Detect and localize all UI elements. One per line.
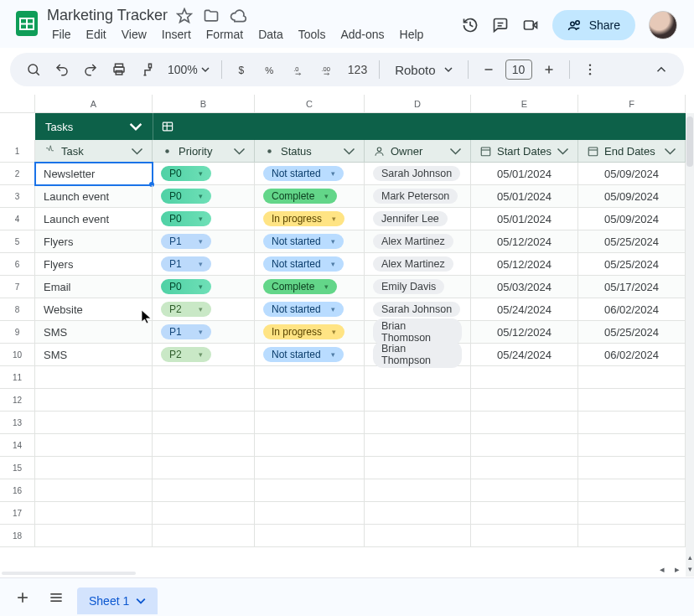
add-sheet-icon[interactable] xyxy=(10,585,35,610)
cell-owner[interactable]: Brian Thompson xyxy=(365,344,471,366)
owner-chip[interactable]: Sarah Johnson xyxy=(373,166,460,181)
scroll-thumb[interactable] xyxy=(686,116,693,167)
col-header-start[interactable]: Start Dates xyxy=(471,140,578,163)
row-header[interactable]: 1 xyxy=(0,140,35,163)
row-header[interactable]: 5 xyxy=(0,230,35,253)
owner-chip[interactable]: Alex Martinez xyxy=(373,256,453,272)
cell-start-date[interactable]: 05/01/2024 xyxy=(471,185,578,208)
empty-cell[interactable] xyxy=(365,502,471,525)
empty-cell[interactable] xyxy=(578,479,686,502)
print-icon[interactable] xyxy=(107,58,131,81)
empty-cell[interactable] xyxy=(35,434,153,457)
collapse-toolbar-icon[interactable] xyxy=(650,59,672,80)
paint-format-icon[interactable] xyxy=(136,58,159,81)
row-header[interactable]: 18 xyxy=(0,525,35,547)
priority-chip[interactable]: P2▾ xyxy=(161,347,211,362)
col-header-end[interactable]: End Dates xyxy=(578,140,686,163)
empty-cell[interactable] xyxy=(578,366,686,389)
cell-owner[interactable]: Brian Thompson xyxy=(365,321,471,344)
empty-cell[interactable] xyxy=(255,434,365,457)
owner-chip[interactable]: Jennifer Lee xyxy=(373,211,448,226)
menu-view[interactable]: View xyxy=(115,24,153,44)
cell-start-date[interactable]: 05/12/2024 xyxy=(471,230,578,253)
row-header[interactable]: 2 xyxy=(0,163,35,185)
priority-chip[interactable]: P1▾ xyxy=(161,234,211,249)
all-sheets-icon[interactable] xyxy=(44,585,69,610)
more-toolbar-icon[interactable] xyxy=(578,58,602,81)
increase-font-icon[interactable] xyxy=(537,58,561,81)
empty-cell[interactable] xyxy=(35,389,153,412)
cell-end-date[interactable]: 06/02/2024 xyxy=(578,344,686,366)
cell-status[interactable]: Not started▾ xyxy=(255,163,365,185)
cell-end-date[interactable]: 05/25/2024 xyxy=(578,230,686,253)
cloud-status-icon[interactable] xyxy=(230,8,246,24)
cell-owner[interactable]: Alex Martinez xyxy=(365,230,471,253)
cell-task[interactable]: SMS xyxy=(35,321,153,344)
menu-help[interactable]: Help xyxy=(393,24,431,44)
empty-cell[interactable] xyxy=(365,434,471,457)
percent-icon[interactable]: % xyxy=(259,58,282,81)
font-size-input[interactable]: 10 xyxy=(505,60,532,80)
empty-cell[interactable] xyxy=(365,457,471,479)
meet-icon[interactable] xyxy=(522,17,539,34)
row-header[interactable]: 11 xyxy=(0,366,35,389)
cell-task[interactable]: Flyers xyxy=(35,253,153,276)
empty-cell[interactable] xyxy=(153,525,255,547)
cell-owner[interactable]: Sarah Johnson xyxy=(365,298,471,321)
search-icon[interactable] xyxy=(22,58,45,81)
empty-cell[interactable] xyxy=(35,525,153,547)
cell-end-date[interactable]: 05/25/2024 xyxy=(578,253,686,276)
empty-cell[interactable] xyxy=(365,525,471,547)
cell-priority[interactable]: P2▾ xyxy=(153,344,255,366)
empty-cell[interactable] xyxy=(153,479,255,502)
empty-cell[interactable] xyxy=(35,502,153,525)
row-header[interactable]: 9 xyxy=(0,321,35,344)
empty-cell[interactable] xyxy=(365,479,471,502)
empty-cell[interactable] xyxy=(35,366,153,389)
row-header[interactable]: 17 xyxy=(0,502,35,525)
cell-end-date[interactable]: 05/09/2024 xyxy=(578,163,686,185)
cell-owner[interactable]: Sarah Johnson xyxy=(365,163,471,185)
cell-end-date[interactable]: 05/25/2024 xyxy=(578,321,686,344)
cell-owner[interactable]: Jennifer Lee xyxy=(365,208,471,230)
empty-cell[interactable] xyxy=(471,479,578,502)
select-all-corner[interactable] xyxy=(0,95,35,113)
row-header[interactable]: 4 xyxy=(0,208,35,230)
empty-cell[interactable] xyxy=(153,457,255,479)
column-header[interactable]: A xyxy=(35,95,153,113)
cell-status[interactable]: In progress▾ xyxy=(255,321,365,344)
share-button[interactable]: Share xyxy=(552,10,635,40)
cell-priority[interactable]: P1▾ xyxy=(153,321,255,344)
empty-cell[interactable] xyxy=(255,366,365,389)
row-header[interactable]: 8 xyxy=(0,298,35,321)
priority-chip[interactable]: P0▾ xyxy=(161,279,211,294)
cell-start-date[interactable]: 05/24/2024 xyxy=(471,344,578,366)
row-header[interactable]: 6 xyxy=(0,253,35,276)
star-icon[interactable] xyxy=(176,8,193,24)
status-chip[interactable]: Not started▾ xyxy=(263,234,344,249)
column-header[interactable]: F xyxy=(578,95,686,113)
cell-start-date[interactable]: 05/24/2024 xyxy=(471,298,578,321)
table-name-dropdown[interactable]: Tasks xyxy=(35,113,153,140)
empty-cell[interactable] xyxy=(153,366,255,389)
scroll-right-icon[interactable]: ▸ xyxy=(672,564,682,574)
document-title[interactable]: Marketing Tracker xyxy=(47,7,168,24)
empty-cell[interactable] xyxy=(471,434,578,457)
row-header[interactable]: 3 xyxy=(0,185,35,208)
row-header[interactable]: 7 xyxy=(0,276,35,298)
status-chip[interactable]: In progress▾ xyxy=(263,211,344,226)
col-header-owner[interactable]: Owner xyxy=(365,140,471,163)
cell-task[interactable]: Email xyxy=(35,276,153,298)
empty-cell[interactable] xyxy=(471,525,578,547)
currency-icon[interactable]: $ xyxy=(230,58,254,81)
cell-priority[interactable]: P2▾ xyxy=(153,298,255,321)
empty-cell[interactable] xyxy=(471,457,578,479)
vertical-scrollbar[interactable]: ▴ ▾ xyxy=(686,113,694,577)
increase-decimal-icon[interactable]: .00 xyxy=(316,58,339,81)
column-header[interactable]: E xyxy=(471,95,578,113)
cell-start-date[interactable]: 05/12/2024 xyxy=(471,321,578,344)
cell-status[interactable]: Complete▾ xyxy=(255,276,365,298)
comment-icon[interactable] xyxy=(492,17,509,34)
empty-cell[interactable] xyxy=(255,412,365,434)
cell-grid[interactable]: Tasks Task Priority Status Owner Start D… xyxy=(35,113,686,577)
